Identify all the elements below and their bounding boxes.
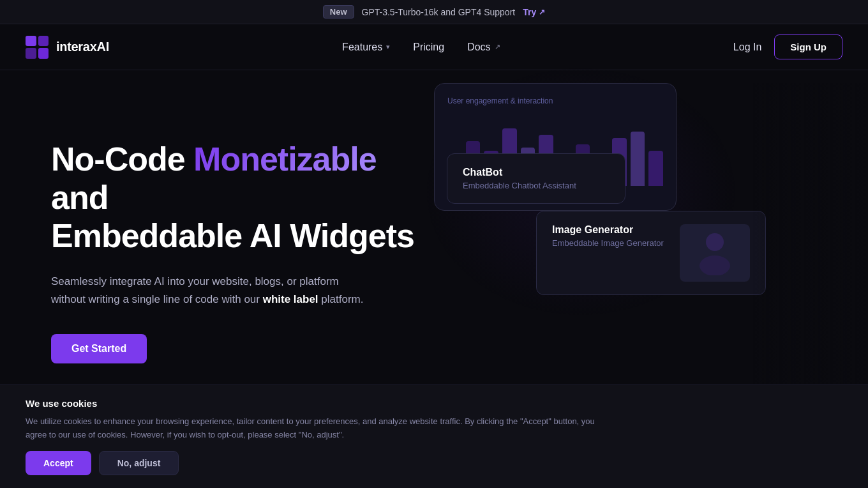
image-gen-thumbnail [680,224,750,282]
fade-overlay [753,83,868,415]
announcement-badge: New [323,5,354,19]
hero-title-highlight: Monetizable [193,141,377,178]
image-gen-desc: Embeddable Image Generator [552,238,664,248]
nav-actions: Log In Sign Up [733,34,842,59]
try-link[interactable]: Try ↗ [523,7,545,17]
hero-title-part2: and [51,179,108,216]
signup-button[interactable]: Sign Up [774,34,842,59]
chatbot-card: ChatBot Embeddable Chatbot Assistant [447,153,625,204]
chatbot-title: ChatBot [463,167,610,178]
logo-cell-2 [38,36,49,47]
hero-title-part1: No-Code [51,141,193,178]
hero-description: Seamlessly integrate AI into your websit… [51,273,370,309]
nav-links: Features ▾ Pricing Docs ↗ [342,42,500,53]
svg-point-0 [706,233,724,251]
cookie-actions: Accept No, adjust [26,451,842,475]
chart-bar [648,151,663,186]
cookie-title: We use cookies [26,398,842,409]
cookie-text: We utilize cookies to enhance your brows… [26,415,600,442]
chart-label: User engagement & interaction [447,96,663,105]
hero-title-line2: Embeddable AI Widgets [51,217,414,254]
white-label-text: white label [263,293,318,305]
logo-grid [26,36,49,59]
person-silhouette-icon [696,231,734,275]
hero-desc-part2: platform. [318,293,364,305]
announcement-text: GPT-3.5-Turbo-16k and GPT4 Support [362,7,516,17]
external-arrow-icon: ↗ [539,8,545,17]
hero-title: No-Code Monetizable and Embeddable AI Wi… [51,141,421,255]
logo-name: interaxAI [56,40,109,54]
adjust-button[interactable]: No, adjust [99,451,179,475]
chatbot-desc: Embeddable Chatbot Assistant [463,181,610,190]
navbar: interaxAI Features ▾ Pricing Docs ↗ Log … [0,24,868,70]
features-chevron-icon: ▾ [386,43,390,51]
nav-link-pricing[interactable]: Pricing [413,42,444,53]
features-label: Features [342,42,382,53]
docs-external-icon: ↗ [495,43,500,51]
get-started-button[interactable]: Get Started [51,334,147,363]
logo-cell-1 [26,36,36,47]
nav-link-docs[interactable]: Docs ↗ [467,42,500,53]
hero-section: No-Code Monetizable and Embeddable AI Wi… [0,70,868,428]
hero-right: User engagement & interaction ChatBot Em… [434,83,868,415]
svg-point-1 [700,255,730,275]
image-gen-title: Image Generator [552,224,664,236]
hero-left: No-Code Monetizable and Embeddable AI Wi… [51,121,421,363]
widget-preview: User engagement & interaction ChatBot Em… [434,83,868,415]
image-gen-card: Image Generator Embeddable Image Generat… [536,211,766,295]
logo-cell-3 [26,48,36,59]
logo[interactable]: interaxAI [26,36,109,59]
announcement-bar: New GPT-3.5-Turbo-16k and GPT4 Support T… [0,0,868,24]
nav-link-features[interactable]: Features ▾ [342,42,390,53]
try-label: Try [523,7,536,17]
docs-label: Docs [467,42,490,53]
pricing-label: Pricing [413,42,444,53]
cookie-banner: We use cookies We utilize cookies to enh… [0,385,868,488]
login-link[interactable]: Log In [733,42,761,53]
chart-bar [631,132,645,186]
logo-cell-4 [38,48,49,59]
accept-button[interactable]: Accept [26,451,91,475]
